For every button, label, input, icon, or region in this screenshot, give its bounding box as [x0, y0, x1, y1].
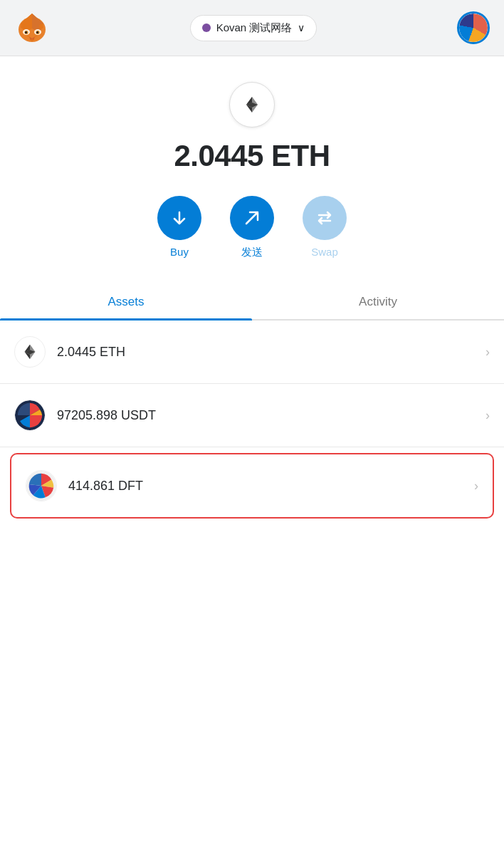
avatar[interactable] — [457, 11, 490, 44]
eth-chevron-icon: › — [485, 345, 490, 360]
tabs-container: Assets Activity — [0, 285, 504, 321]
tab-assets[interactable]: Assets — [0, 285, 252, 319]
usdt-chevron-icon: › — [485, 408, 490, 423]
network-name: Kovan 测试网络 — [216, 21, 293, 35]
network-dot — [202, 24, 211, 32]
network-selector[interactable]: Kovan 测试网络 ∨ — [190, 15, 317, 41]
eth-amount: 2.0445 ETH — [57, 345, 485, 360]
eth-token-icon — [14, 336, 46, 368]
eth-logo-icon — [229, 82, 275, 127]
metamask-logo — [14, 10, 50, 46]
send-icon-circle — [230, 196, 274, 240]
svg-point-8 — [25, 31, 27, 33]
asset-item-usdt[interactable]: 97205.898 USDT › — [0, 384, 504, 447]
main-content: 2.0445 ETH Buy 发送 — [0, 56, 504, 849]
send-button[interactable]: 发送 — [230, 196, 274, 259]
buy-button[interactable]: Buy — [157, 196, 201, 258]
action-buttons: Buy 发送 Swap — [157, 196, 347, 259]
dft-chevron-icon: › — [474, 479, 478, 494]
swap-label: Swap — [311, 246, 338, 258]
asset-item-dft[interactable]: 414.861 DFT › — [10, 453, 494, 519]
buy-label: Buy — [170, 246, 189, 258]
dft-amount: 414.861 DFT — [68, 479, 474, 494]
wallet-balance: 2.0445 ETH — [174, 139, 330, 173]
asset-item-eth[interactable]: 2.0445 ETH › — [0, 321, 504, 384]
chevron-down-icon: ∨ — [298, 22, 305, 33]
dft-token-icon — [26, 470, 57, 501]
buy-icon-circle — [157, 196, 201, 240]
usdt-token-icon — [14, 400, 46, 431]
swap-button[interactable]: Swap — [303, 196, 347, 258]
svg-point-9 — [36, 31, 38, 33]
usdt-amount: 97205.898 USDT — [57, 408, 485, 423]
tab-activity[interactable]: Activity — [252, 285, 504, 319]
avatar-inner — [459, 14, 488, 42]
header: Kovan 测试网络 ∨ — [0, 0, 504, 56]
asset-list: 2.0445 ETH › 97205.898 USDT › — [0, 321, 504, 524]
send-label: 发送 — [241, 246, 263, 259]
swap-icon-circle — [303, 196, 347, 240]
